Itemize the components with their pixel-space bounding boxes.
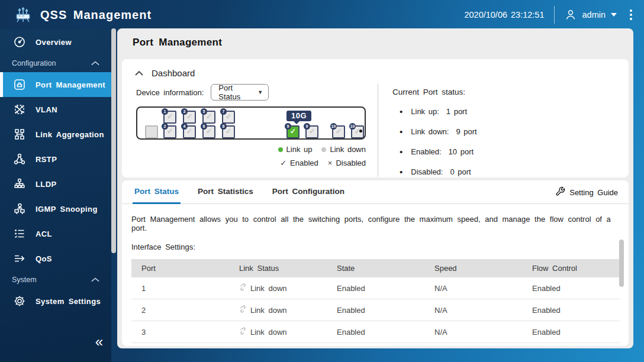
sidebar: Overview Configuration Port Management — [0, 30, 111, 362]
tab-port-statistics[interactable]: Port Statistics — [196, 187, 255, 204]
column-state: State — [327, 259, 424, 277]
link-aggregation-icon — [13, 128, 26, 141]
wrench-icon — [555, 186, 565, 198]
dashboard-card: Dashboard Device information: Port Statu… — [122, 59, 629, 177]
port-10-sfp: 10 — [332, 125, 345, 138]
content-scrollbar-thumb[interactable] — [619, 240, 624, 287]
port-3: 3 — [183, 111, 196, 124]
dashboard-title: Dashboard — [152, 68, 195, 78]
status-link-down: Link down: 9 port — [392, 127, 629, 137]
gauge-icon — [13, 35, 26, 49]
sidebar-section-system[interactable]: System — [0, 271, 111, 289]
legend-enabled: ✓ Enabled — [280, 159, 318, 167]
user-icon — [564, 8, 577, 21]
column-port: Port — [131, 259, 229, 277]
port-7: 7 — [222, 111, 235, 124]
broken-link-icon — [239, 327, 247, 337]
sidebar-item-overview[interactable]: Overview — [0, 30, 111, 54]
chevron-up-icon — [135, 67, 143, 78]
topbar-divider — [554, 6, 555, 24]
datetime-display: 2020/10/06 23:12:51 — [464, 10, 544, 20]
port-8: 8 — [222, 125, 235, 138]
port-6: 6 — [202, 125, 215, 138]
device-information-label: Device information: — [136, 88, 204, 97]
sidebar-item-vlan[interactable]: VLAN — [0, 97, 111, 122]
port-4: 4 — [183, 125, 196, 138]
rstp-icon — [13, 153, 26, 166]
chevron-down-icon — [611, 13, 617, 17]
ethernet-port-icon — [13, 78, 26, 91]
port-1: 1 — [163, 111, 176, 124]
broken-link-icon — [239, 283, 247, 293]
tab-port-status[interactable]: Port Status — [133, 187, 181, 204]
port-2: 2 — [163, 125, 176, 138]
sidebar-section-configuration[interactable]: Configuration — [0, 54, 111, 72]
page-scrollbar-thumb[interactable] — [111, 28, 116, 253]
app-logo-switch-icon — [13, 5, 33, 25]
qos-icon — [13, 252, 26, 265]
table-header-row: Port Link Status State Speed Flow Contro… — [131, 259, 620, 277]
dropdown-selected-value: Port Status — [218, 83, 257, 101]
port-9: 9 — [305, 125, 318, 138]
interface-settings-label: Interface Settings: — [131, 243, 616, 251]
sidebar-item-link-aggregation[interactable]: Link Aggregation — [0, 122, 111, 147]
led-indicator — [359, 130, 362, 132]
column-flow-control: Flow Control — [522, 259, 620, 277]
chevron-up-icon — [89, 273, 102, 286]
sidebar-item-lldp[interactable]: LLDP — [0, 172, 111, 196]
collapse-sidebar-icon[interactable]: « — [95, 335, 103, 349]
broken-link-icon — [239, 305, 247, 315]
table-row: 3 Link down Enabled N/A — [131, 321, 620, 343]
sidebar-item-port-management[interactable]: Port Management — [0, 72, 111, 97]
chevron-down-icon: ▼ — [257, 89, 263, 95]
sidebar-item-rstp[interactable]: RSTP — [0, 147, 111, 172]
chevron-up-icon — [89, 57, 102, 70]
app-title: QSS Management — [40, 8, 152, 22]
top-bar: QSS Management 2020/10/06 23:12:51 admin — [0, 0, 644, 30]
device-port-diagram: 1 3 5 7 2 4 6 8 9 9 10 10 10G — [136, 106, 366, 140]
status-enabled: Enabled: 10 port — [392, 147, 629, 157]
legend-link-up: Link up — [278, 145, 313, 154]
setting-guide-button[interactable]: Setting Guide — [555, 186, 618, 198]
link-up-dot-icon — [278, 147, 283, 152]
main-panel: Port Management Dashboard Device informa… — [117, 28, 633, 348]
port-5: 5 — [202, 111, 215, 124]
console-port — [145, 125, 158, 138]
port-tabs-card: Port Status Port Statistics Port Configu… — [122, 180, 629, 346]
port-9-sfp: 9 — [286, 125, 300, 138]
device-info-dropdown[interactable]: Port Status ▼ — [211, 84, 269, 101]
more-options-menu[interactable] — [626, 7, 636, 22]
port-legend: Link up Link down ✓ Enabled × — [136, 145, 366, 167]
igmp-snooping-icon — [13, 202, 26, 215]
column-speed: Speed — [424, 259, 522, 277]
interface-settings-table: Port Link Status State Speed Flow Contro… — [131, 259, 620, 343]
table-row: 1 Link down Enabled N/A — [131, 277, 620, 299]
sidebar-item-igmp-snooping[interactable]: IGMP Snooping — [0, 196, 111, 221]
link-down-dot-icon — [321, 147, 326, 152]
dashboard-collapse-header[interactable]: Dashboard — [122, 59, 629, 78]
lldp-icon — [13, 177, 26, 190]
sidebar-item-system-settings[interactable]: System Settings — [0, 289, 111, 313]
current-port-status-title: Current Port status: — [392, 88, 629, 96]
tab-port-configuration[interactable]: Port Configuration — [271, 187, 346, 204]
table-row: 2 Link down Enabled N/A — [131, 299, 620, 321]
check-icon: ✓ — [280, 159, 286, 167]
username-label: admin — [582, 10, 606, 20]
speed-badge-10g: 10G — [286, 111, 311, 121]
sidebar-item-qos[interactable]: QoS — [0, 246, 111, 271]
current-port-status-panel: Current Port status: Link up: 1 port Lin… — [378, 84, 629, 177]
cross-icon: × — [328, 159, 333, 167]
legend-disabled: × Disabled — [328, 159, 366, 167]
gear-icon — [13, 295, 26, 308]
status-disabled: Disabled: 0 port — [392, 167, 629, 177]
column-link-status: Link Status — [229, 259, 327, 277]
clipped-table-row — [131, 343, 620, 348]
sidebar-item-acl[interactable]: ACL — [0, 221, 111, 246]
port-management-description: Port Management allows you to control al… — [131, 215, 616, 232]
acl-icon — [13, 227, 26, 240]
port-10: 10 — [351, 125, 364, 138]
status-link-up: Link up: 1 port — [392, 106, 629, 117]
user-menu[interactable]: admin — [564, 8, 617, 21]
page-title: Port Management — [117, 28, 633, 56]
legend-link-down: Link down — [321, 145, 366, 154]
